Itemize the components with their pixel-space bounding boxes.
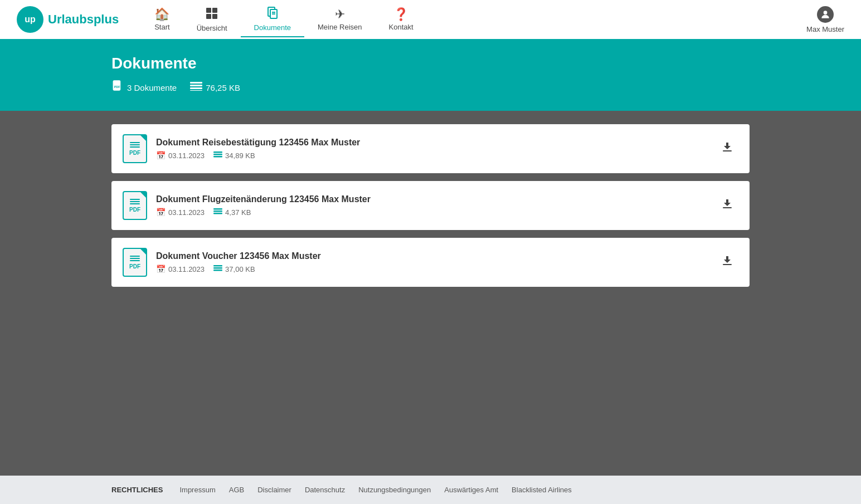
svg-rect-21: [213, 213, 222, 214]
svg-rect-20: [213, 211, 222, 212]
nav-meine-reisen[interactable]: ✈ Meine Reisen: [304, 4, 376, 36]
svg-text:PDF: PDF: [114, 85, 121, 89]
svg-rect-11: [190, 82, 202, 84]
svg-rect-19: [213, 208, 222, 210]
footer: RECHTLICHES Impressum AGB Disclaimer Dat…: [0, 476, 861, 504]
pdf-file-icon: PDF: [123, 191, 147, 220]
document-card[interactable]: PDF Dokument Voucher 123456 Max Muster 📅…: [111, 238, 750, 287]
filesize-icon: [213, 265, 222, 273]
user-name: Max Muster: [806, 25, 844, 33]
footer-link-datenschutz[interactable]: Datenschutz: [305, 486, 345, 494]
svg-rect-3: [212, 14, 217, 19]
footer-link-agb[interactable]: AGB: [229, 486, 244, 494]
calendar-icon: 📅: [156, 151, 166, 160]
grid-icon: [206, 7, 218, 22]
hero-banner: Dokumente PDF 3 Dokumente 76,25 KB: [0, 39, 861, 111]
logo[interactable]: up Urlaubsplus: [17, 6, 119, 33]
doc-size-item: 4,37 KB: [213, 208, 251, 217]
svg-rect-2: [206, 14, 211, 19]
svg-rect-22: [723, 207, 732, 208]
doc-title: Dokument Voucher 123456 Max Muster: [156, 251, 707, 261]
svg-rect-14: [190, 90, 202, 91]
calendar-icon: 📅: [156, 208, 166, 217]
doc-title: Dokument Flugzeitenänderung 123456 Max M…: [156, 194, 707, 204]
doc-info: Dokument Flugzeitenänderung 123456 Max M…: [156, 194, 707, 217]
calendar-icon: 📅: [156, 265, 166, 273]
doc-count: 3 Dokumente: [127, 83, 177, 92]
footer-link-disclaimer[interactable]: Disclaimer: [257, 486, 291, 494]
nav-dokumente[interactable]: Dokumente: [241, 2, 304, 37]
svg-point-8: [824, 11, 828, 14]
document-card[interactable]: PDF Dokument Flugzeitenänderung 123456 M…: [111, 181, 750, 230]
doc-date: 03.11.2023: [168, 208, 205, 217]
logo-circle: up: [17, 6, 43, 33]
pdf-file-icon: PDF: [123, 134, 147, 163]
total-size-item: 76,25 KB: [190, 82, 240, 94]
download-button[interactable]: [716, 195, 738, 216]
doc-size-item: 34,89 KB: [213, 151, 255, 160]
user-avatar-icon: [817, 6, 834, 23]
doc-size-item: 37,00 KB: [213, 265, 255, 273]
nav-kontakt[interactable]: ❓ Kontakt: [376, 4, 427, 36]
doc-info: Dokument Voucher 123456 Max Muster 📅 03.…: [156, 251, 707, 273]
pdf-file-icon: PDF: [123, 248, 147, 277]
doc-size: 4,37 KB: [225, 208, 251, 217]
size-meta-icon: [190, 82, 202, 94]
doc-date-item: 📅 03.11.2023: [156, 265, 205, 273]
home-icon: 🏠: [154, 8, 169, 21]
svg-rect-12: [190, 85, 202, 86]
hero-meta: PDF 3 Dokumente 76,25 KB: [111, 80, 750, 95]
total-size: 76,25 KB: [206, 83, 240, 92]
user-menu[interactable]: Max Muster: [806, 6, 844, 33]
download-button[interactable]: [716, 138, 738, 159]
doc-date: 03.11.2023: [168, 265, 205, 273]
svg-rect-23: [213, 265, 222, 267]
header: up Urlaubsplus 🏠 Start Übersicht: [0, 0, 861, 39]
page-title: Dokumente: [111, 55, 750, 72]
doc-meta: 📅 03.11.2023 34,89 KB: [156, 151, 707, 160]
doc-date-item: 📅 03.11.2023: [156, 151, 205, 160]
footer-legal-label: RECHTLICHES: [111, 486, 163, 494]
doc-size: 34,89 KB: [225, 151, 255, 160]
svg-rect-1: [212, 8, 217, 13]
svg-rect-16: [213, 154, 222, 155]
footer-link-auswaertiges-amt[interactable]: Auswärtiges Amt: [444, 486, 498, 494]
doc-info: Dokument Reisebestätigung 123456 Max Mus…: [156, 138, 707, 160]
main-nav: 🏠 Start Übersicht Dokumente: [141, 2, 844, 37]
footer-link-impressum[interactable]: Impressum: [179, 486, 215, 494]
filesize-icon: [213, 208, 222, 217]
nav-ubersicht[interactable]: Übersicht: [183, 3, 241, 37]
svg-rect-17: [213, 156, 222, 158]
documents-icon: [266, 7, 279, 21]
doc-size: 37,00 KB: [225, 265, 255, 273]
svg-rect-15: [213, 151, 222, 153]
doc-date: 03.11.2023: [168, 151, 205, 160]
document-card[interactable]: PDF Dokument Reisebestätigung 123456 Max…: [111, 124, 750, 173]
svg-rect-26: [723, 264, 732, 265]
main-content: PDF Dokument Reisebestätigung 123456 Max…: [0, 111, 861, 476]
doc-count-item: PDF 3 Dokumente: [111, 80, 177, 95]
svg-rect-24: [213, 267, 222, 269]
flight-icon: ✈: [335, 8, 345, 21]
download-button[interactable]: [716, 252, 738, 273]
svg-rect-25: [213, 270, 222, 271]
doc-meta: 📅 03.11.2023 37,00 KB: [156, 265, 707, 273]
help-icon: ❓: [393, 8, 408, 21]
svg-rect-13: [190, 87, 202, 89]
svg-rect-18: [723, 150, 732, 151]
footer-link-nutzungsbedingungen[interactable]: Nutzungsbedingungen: [358, 486, 431, 494]
svg-rect-0: [206, 8, 211, 13]
logo-text: Urlaubsplus: [48, 12, 119, 27]
nav-start[interactable]: 🏠 Start: [141, 4, 183, 36]
doc-meta: 📅 03.11.2023 4,37 KB: [156, 208, 707, 217]
doc-title: Dokument Reisebestätigung 123456 Max Mus…: [156, 138, 707, 148]
pdf-meta-icon: PDF: [111, 80, 124, 95]
filesize-icon: [213, 151, 222, 160]
footer-link-blacklisted-airlines[interactable]: Blacklisted Airlines: [512, 486, 572, 494]
doc-date-item: 📅 03.11.2023: [156, 208, 205, 217]
